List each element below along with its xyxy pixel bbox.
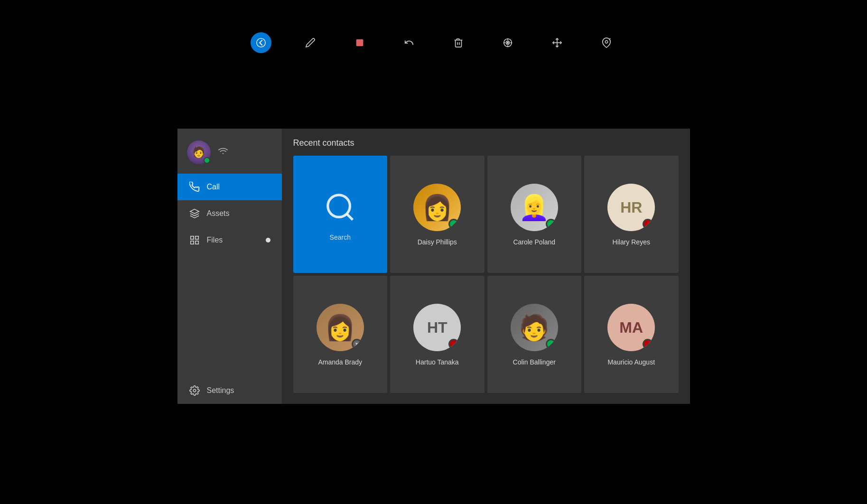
toolbar <box>251 28 617 58</box>
move-button[interactable] <box>547 32 568 53</box>
sidebar-item-assets[interactable]: Assets <box>177 200 282 227</box>
carole-status <box>546 219 556 229</box>
target-button[interactable] <box>497 32 518 53</box>
settings-icon <box>189 385 200 396</box>
daisy-status <box>448 219 459 229</box>
sidebar-item-call[interactable]: Call <box>177 174 282 200</box>
wifi-icon <box>218 146 228 159</box>
call-label: Call <box>207 183 220 191</box>
hartuo-status <box>448 339 459 349</box>
settings-label: Settings <box>207 386 234 395</box>
daisy-name: Daisy Phillips <box>418 238 457 246</box>
call-icon <box>189 181 200 193</box>
svg-point-0 <box>256 38 265 47</box>
colin-name: Colin Ballinger <box>513 358 556 366</box>
hilary-status <box>643 219 653 229</box>
pen-button[interactable] <box>300 32 321 53</box>
avatar-container: 🧑 <box>187 140 211 164</box>
svg-point-21 <box>328 195 350 217</box>
hilary-name: Hilary Reyes <box>613 238 650 246</box>
user-profile: 🧑 <box>177 133 282 174</box>
sidebar-item-files[interactable]: Files <box>177 227 282 253</box>
mauricio-name: Mauricio August <box>607 358 655 366</box>
svg-rect-17 <box>195 236 198 239</box>
content-area: Recent contacts Search <box>282 129 690 404</box>
section-title: Recent contacts <box>293 138 679 148</box>
contact-tile-colin[interactable]: 🧑 Colin Ballinger <box>487 276 582 393</box>
stop-button[interactable] <box>349 32 370 53</box>
contact-tile-daisy[interactable]: 👩 Daisy Phillips <box>390 156 485 273</box>
search-tile[interactable]: Search <box>293 156 388 273</box>
delete-button[interactable] <box>448 32 469 53</box>
search-icon-large <box>321 188 359 226</box>
avatar-colin: 🧑 <box>511 304 558 351</box>
pin-button[interactable] <box>596 32 617 53</box>
sidebar: 🧑 <box>177 129 282 404</box>
svg-point-20 <box>193 389 196 392</box>
svg-rect-16 <box>190 236 193 239</box>
assets-label: Assets <box>207 209 230 218</box>
avatar-hilary: HR <box>607 184 655 231</box>
contact-tile-hartuo[interactable]: HT Hartuo Tanaka <box>390 276 485 393</box>
contact-tile-mauricio[interactable]: MA Mauricio August <box>584 276 679 393</box>
avatar-mauricio: MA <box>607 304 655 351</box>
contact-tile-hilary[interactable]: HR Hilary Reyes <box>584 156 679 273</box>
svg-rect-19 <box>190 241 193 244</box>
files-icon <box>189 234 200 246</box>
svg-point-10 <box>507 42 508 44</box>
svg-line-22 <box>346 214 353 220</box>
amanda-name: Amanda Brady <box>318 358 362 366</box>
svg-line-14 <box>609 38 610 39</box>
amanda-status: ✕ <box>352 339 362 349</box>
contact-tile-carole[interactable]: 👱‍♀️ Carole Poland <box>487 156 582 273</box>
files-label: Files <box>207 236 223 244</box>
svg-rect-1 <box>356 39 363 47</box>
contacts-grid: Search 👩 Daisy Phillips 👱‍♀️ <box>293 156 679 393</box>
svg-point-13 <box>605 40 608 43</box>
main-layout: 🧑 <box>177 129 690 404</box>
avatar-daisy: 👩 <box>413 184 461 231</box>
files-badge <box>266 238 270 243</box>
svg-rect-18 <box>195 241 198 244</box>
avatar-carole: 👱‍♀️ <box>511 184 558 231</box>
contact-tile-amanda[interactable]: 👩 ✕ Amanda Brady <box>293 276 388 393</box>
carole-name: Carole Poland <box>513 238 555 246</box>
avatar-hartuo: HT <box>413 304 461 351</box>
back-button[interactable] <box>251 32 271 53</box>
colin-status <box>546 339 556 349</box>
avatar-amanda: 👩 ✕ <box>317 304 364 351</box>
undo-button[interactable] <box>399 32 420 53</box>
user-status-indicator <box>204 157 210 164</box>
nav-spacer <box>177 253 282 377</box>
assets-icon <box>189 208 200 219</box>
sidebar-item-settings[interactable]: Settings <box>177 377 282 404</box>
mauricio-status <box>643 339 653 349</box>
search-label: Search <box>330 233 351 242</box>
app-container: 🧑 <box>177 129 690 404</box>
hartuo-name: Hartuo Tanaka <box>416 358 459 366</box>
